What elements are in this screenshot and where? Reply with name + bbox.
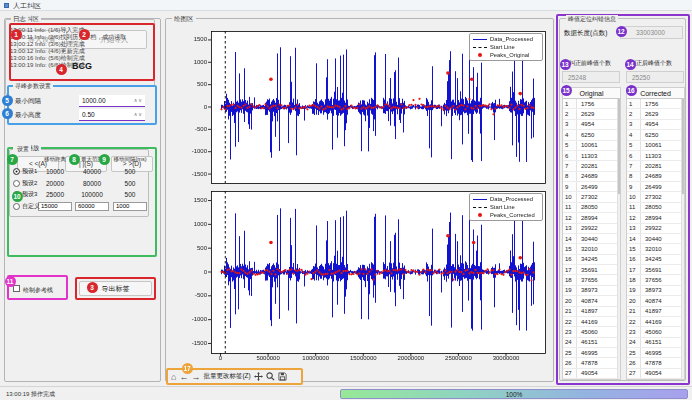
legend-dot-swatch — [478, 213, 482, 217]
table-row: 11756 — [627, 99, 684, 109]
y-tick-label: 500 — [166, 245, 207, 251]
y-tick-label: -1500 — [166, 171, 207, 177]
after-count-label: 纠正后峰值个数 — [630, 59, 672, 68]
row-value: 30440 — [577, 236, 598, 242]
row-value: 1756 — [641, 101, 658, 107]
annotation-circle-8: 8 — [69, 154, 80, 165]
legend-entry: Peaks_Corrected — [473, 211, 539, 219]
table-row: 926499 — [627, 182, 684, 192]
batch-edit-labels-button[interactable]: 批量更改标签(Z) — [203, 372, 250, 381]
row-index: 6 — [563, 151, 577, 160]
annotation-circle-14: 14 — [625, 59, 636, 70]
row-value: 46151 — [641, 339, 662, 345]
table-row: 824689 — [627, 172, 684, 182]
row-index: 22 — [627, 317, 641, 326]
row-value: 37656 — [577, 277, 598, 283]
row-value: 46995 — [577, 350, 598, 356]
forward-icon[interactable]: → — [191, 371, 200, 383]
row-index: 26 — [627, 358, 641, 367]
log-title: 日志 — [11, 15, 28, 23]
row-index: 3 — [563, 120, 577, 129]
annotation-circle-11: 11 — [5, 276, 16, 287]
row-value: 34245 — [641, 256, 662, 262]
window-title: 人工纠区 — [13, 1, 41, 11]
table-row: 1837656 — [563, 275, 620, 285]
save-icon[interactable] — [278, 372, 287, 381]
corrected-peaks-table[interactable]: Corrected 117562262934954462505100616113… — [626, 87, 685, 380]
row-value: 37656 — [641, 277, 662, 283]
row-index: 13 — [563, 224, 577, 233]
scrollbar-thumb[interactable] — [618, 99, 620, 194]
row-index: 4 — [563, 130, 577, 139]
y-tick-label: 1500 — [166, 197, 207, 203]
row-index: 25 — [563, 348, 577, 357]
row-value: 11303 — [641, 153, 661, 159]
home-icon[interactable]: ⌂ — [171, 371, 176, 383]
row-value: 4954 — [641, 121, 658, 127]
row-value: 28994 — [641, 215, 662, 221]
row-value: 29922 — [641, 225, 662, 231]
table-row: 1938973 — [563, 286, 620, 296]
row-index: 23 — [563, 327, 577, 336]
table-row: 2647878 — [563, 358, 620, 368]
corrected-table-scrollbar[interactable] — [681, 99, 684, 379]
row-index: 10 — [627, 192, 641, 201]
row-value: 38973 — [577, 287, 598, 293]
legend-label: Start Line — [490, 44, 515, 50]
annotation-circle-15: 15 — [561, 85, 572, 96]
row-index: 15 — [563, 244, 577, 253]
table-row: 611303 — [563, 151, 620, 161]
table-row: 1430440 — [563, 234, 620, 244]
row-index: 22 — [563, 317, 577, 326]
row-index: 20 — [563, 296, 577, 305]
x-tick-label: 5000000 — [244, 355, 292, 361]
y-tick-label: -500 — [166, 292, 207, 298]
manual-correction-panel: 人工纠区 导入设置 开始导入 BCG 寻峰参数设置 最小间隔 1000.00 ∧… — [4, 18, 161, 382]
app-window: 人工纠区 人工纠区 导入设置 开始导入 BCG 寻峰参数设置 最小间隔 1000… — [0, 0, 692, 400]
table-row: 2546995 — [627, 348, 684, 358]
row-index: 25 — [627, 348, 641, 357]
scrollbar-thumb[interactable] — [682, 99, 684, 194]
y-tick-label: 500 — [166, 81, 207, 87]
row-index: 21 — [627, 307, 641, 316]
table-row: 2141897 — [627, 307, 684, 317]
after-count-field: 25250 — [626, 71, 684, 83]
row-value: 27302 — [577, 194, 598, 200]
row-value: 47878 — [641, 360, 662, 366]
log-line: 13:00:16 Info: (5/6)绘制完成 — [10, 55, 157, 62]
row-index: 14 — [627, 234, 641, 243]
y-tick-label: -1500 — [166, 340, 207, 346]
row-value: 30440 — [641, 236, 662, 242]
zoom-icon[interactable] — [266, 372, 275, 381]
legend-entry: Start Line — [473, 43, 539, 51]
row-index: 8 — [563, 172, 577, 181]
legend-dash-swatch — [473, 207, 487, 208]
row-value: 45060 — [577, 329, 598, 335]
row-value: 6250 — [577, 132, 594, 138]
y-tick-label: -1000 — [166, 316, 207, 322]
row-index: 9 — [627, 182, 641, 191]
row-index: 17 — [563, 265, 577, 274]
table-row: 2141897 — [563, 307, 620, 317]
row-index: 20 — [627, 296, 641, 305]
table-row: 2040874 — [627, 296, 684, 306]
original-table-scrollbar[interactable] — [617, 99, 620, 379]
x-tick-label: 15000000 — [339, 355, 387, 361]
row-index: 21 — [563, 307, 577, 316]
legend-dash-swatch — [473, 47, 487, 48]
table-row: 1634245 — [627, 255, 684, 265]
row-index: 19 — [627, 286, 641, 295]
row-index: 5 — [563, 141, 577, 150]
y-tick-label: 0 — [166, 104, 207, 110]
original-peaks-table[interactable]: Original 1175622629349544625051006161130… — [562, 87, 621, 380]
row-index: 27 — [563, 369, 577, 378]
row-value: 24689 — [577, 173, 598, 179]
y-tick-label: -500 — [166, 126, 207, 132]
table-row: 2647878 — [627, 358, 684, 368]
row-value: 28994 — [577, 215, 598, 221]
row-index: 23 — [627, 327, 641, 336]
y-tick-label: 1000 — [166, 59, 207, 65]
pan-icon[interactable] — [254, 372, 263, 381]
progress-text: 100% — [341, 391, 687, 398]
before-count-field: 25248 — [562, 71, 620, 83]
